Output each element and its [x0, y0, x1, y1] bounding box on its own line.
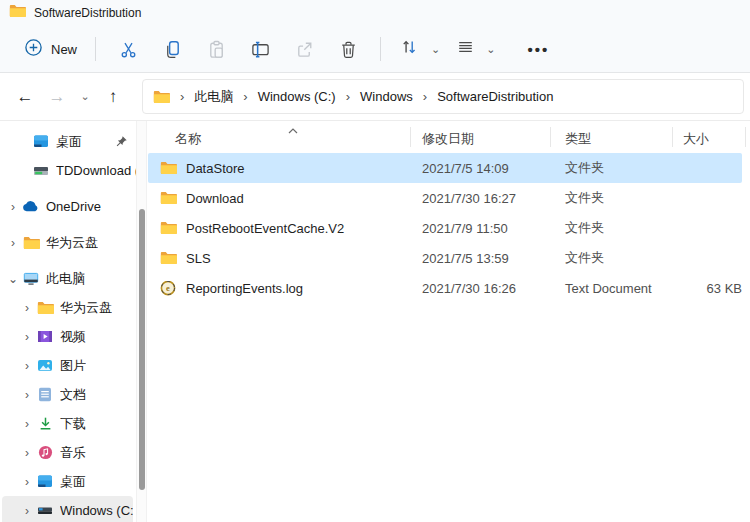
copy-button[interactable] — [150, 34, 194, 65]
sidebar-item[interactable]: ›音乐 — [0, 438, 136, 467]
chevron-right-icon[interactable]: › — [6, 237, 20, 249]
column-separator[interactable] — [550, 127, 551, 147]
sidebar-item[interactable]: ›Windows (C:) — [2, 496, 133, 522]
sidebar-item-label: 桌面 — [56, 133, 82, 151]
chevron-right-icon[interactable]: › — [20, 505, 34, 517]
breadcrumb-chevron-icon: › — [243, 89, 247, 104]
column-header[interactable]: 修改日期 — [422, 130, 474, 148]
arrow-left-icon[interactable]: ← — [10, 88, 40, 105]
sort-button[interactable]: ⌄ — [391, 32, 448, 66]
chevron-right-icon[interactable]: › — [20, 331, 34, 343]
sidebar-item[interactable]: ⌄此电脑 — [0, 264, 136, 293]
address-bar[interactable]: ›此电脑›Windows (C:)›Windows›SoftwareDistri… — [142, 79, 744, 114]
navigation-bar: ← → ⌄ ↑ ›此电脑›Windows (C:)›Windows›Softwa… — [0, 73, 750, 121]
file-date: 2021/7/9 11:50 — [422, 221, 565, 236]
share-button[interactable] — [282, 34, 326, 65]
more-button[interactable]: ••• — [517, 41, 559, 58]
videos-icon — [36, 329, 54, 345]
view-button[interactable]: ⌄ — [448, 32, 503, 66]
log-icon: e — [160, 281, 178, 296]
sidebar-scrollbar-thumb[interactable] — [139, 209, 145, 490]
column-separator[interactable] — [745, 127, 746, 147]
breadcrumb-item[interactable]: SoftwareDistribution — [435, 86, 555, 107]
chevron-right-icon[interactable]: › — [20, 476, 34, 488]
sidebar-item[interactable]: ›华为云盘 — [0, 228, 136, 257]
file-date: 2021/7/30 16:27 — [422, 191, 565, 206]
file-name: Download — [186, 191, 244, 206]
sidebar-item-label: 视频 — [60, 328, 86, 346]
column-separator[interactable] — [672, 127, 673, 147]
rename-icon — [251, 40, 270, 59]
column-headers: 名称修改日期类型大小 — [148, 121, 750, 153]
column-header[interactable]: 类型 — [565, 130, 591, 148]
file-row[interactable]: PostRebootEventCache.V22021/7/9 11:50文件夹 — [148, 213, 742, 243]
delete-button[interactable] — [326, 34, 370, 65]
sidebar-scrollbar[interactable] — [136, 121, 147, 522]
breadcrumb-item[interactable]: Windows (C:) — [256, 86, 338, 107]
breadcrumb-item[interactable]: 此电脑 — [192, 85, 235, 109]
breadcrumb-item[interactable]: Windows — [358, 86, 415, 107]
computer-icon — [22, 271, 40, 287]
folder-icon — [22, 235, 40, 251]
toolbar-separator — [380, 37, 381, 61]
file-row[interactable]: eReportingEvents.log2021/7/30 16:26Text … — [148, 273, 742, 303]
sidebar-item[interactable]: ›OneDrive — [0, 192, 136, 221]
downloads-icon — [36, 416, 54, 432]
window-title: SoftwareDistribution — [34, 6, 141, 20]
file-row[interactable]: Download2021/7/30 16:27文件夹 — [148, 183, 742, 213]
new-button[interactable]: New — [16, 32, 85, 67]
delete-icon — [339, 40, 358, 59]
rename-button[interactable] — [238, 34, 282, 65]
breadcrumb-chevron-icon: › — [423, 89, 427, 104]
pictures-icon — [36, 358, 54, 374]
sidebar-item[interactable]: ›文档 — [0, 380, 136, 409]
sidebar-item[interactable]: TDDownload (\ — [0, 156, 136, 185]
sidebar-item[interactable]: 桌面 — [0, 127, 136, 156]
chevron-right-icon[interactable]: › — [20, 447, 34, 459]
sidebar-item[interactable]: ›图片 — [0, 351, 136, 380]
cut-button[interactable] — [106, 34, 150, 65]
sidebar-item[interactable]: ›视频 — [0, 322, 136, 351]
folder-icon — [160, 161, 178, 176]
file-name: DataStore — [186, 161, 245, 176]
sidebar-item-label: 桌面 — [60, 473, 86, 491]
folder-icon — [160, 251, 178, 266]
pin-icon — [115, 135, 128, 148]
column-separator[interactable] — [410, 127, 411, 147]
content-area: 桌面TDDownload (\›OneDrive›华为云盘⌄此电脑›华为云盘›视… — [0, 121, 750, 522]
folder-icon — [9, 4, 26, 22]
cut-icon — [119, 40, 138, 59]
sidebar-item-label: 华为云盘 — [60, 299, 112, 317]
chevron-right-icon[interactable]: › — [20, 302, 34, 314]
file-name: ReportingEvents.log — [186, 281, 303, 296]
paste-button[interactable] — [194, 34, 238, 65]
chevron-right-icon[interactable]: › — [6, 201, 20, 213]
arrow-right-icon[interactable]: → — [42, 88, 72, 105]
chevron-right-icon[interactable]: › — [20, 389, 34, 401]
toolbar-separator — [95, 37, 96, 61]
sidebar-item-label: 下载 — [60, 415, 86, 433]
paste-icon — [207, 40, 226, 59]
sidebar-item[interactable]: ›桌面 — [0, 467, 136, 496]
navigation-pane: 桌面TDDownload (\›OneDrive›华为云盘⌄此电脑›华为云盘›视… — [0, 121, 136, 522]
breadcrumb: ›此电脑›Windows (C:)›Windows›SoftwareDistri… — [172, 85, 555, 109]
sidebar-item[interactable]: ›华为云盘 — [0, 293, 136, 322]
drive-c-icon — [36, 503, 54, 519]
folder-icon — [36, 300, 54, 316]
view-icon — [456, 38, 475, 60]
file-row[interactable]: SLS2021/7/5 13:59文件夹 — [148, 243, 742, 273]
column-header[interactable]: 名称 — [175, 130, 201, 148]
arrow-up-icon[interactable]: ↑ — [98, 88, 128, 105]
sidebar-item[interactable]: ›下载 — [0, 409, 136, 438]
file-date: 2021/7/30 16:26 — [422, 281, 565, 296]
file-row[interactable]: DataStore2021/7/5 14:09文件夹 — [148, 153, 742, 183]
chevron-right-icon[interactable]: › — [20, 418, 34, 430]
chevron-right-icon[interactable]: › — [20, 360, 34, 372]
file-date: 2021/7/5 14:09 — [422, 161, 565, 176]
column-header[interactable]: 大小 — [683, 130, 709, 148]
breadcrumb-chevron-icon: › — [346, 89, 350, 104]
chevron-down-icon[interactable]: ⌄ — [6, 273, 20, 285]
chevron-down-icon[interactable]: ⌄ — [74, 91, 96, 102]
sidebar-item-label: 图片 — [60, 357, 86, 375]
sort-icon — [399, 38, 420, 60]
